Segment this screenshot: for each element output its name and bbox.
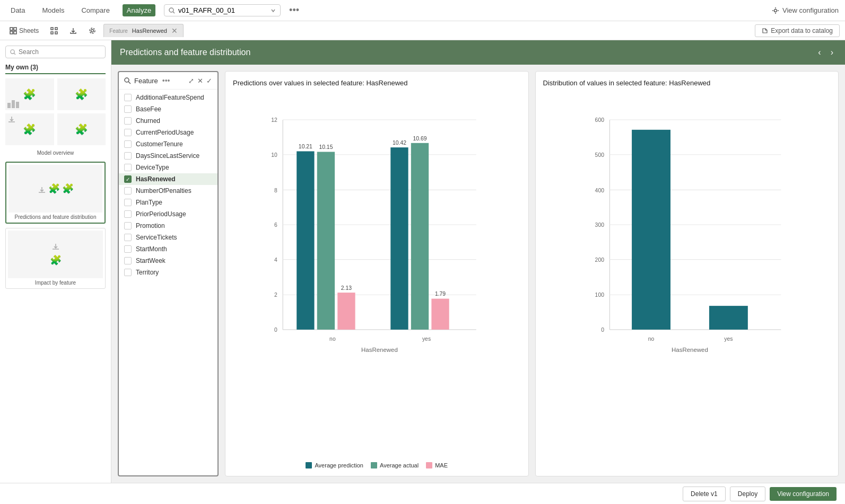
feature-checkbox-devicetype[interactable] (124, 164, 132, 171)
feature-item-basefee[interactable]: BaseFee (119, 103, 217, 115)
download-icon-3 (51, 243, 60, 251)
delete-button[interactable]: Delete v1 (683, 487, 726, 501)
feature-item-startweek[interactable]: StartWeek (119, 255, 217, 267)
tab-close-button[interactable]: ✕ (171, 26, 178, 35)
feature-checkbox-basefee[interactable] (124, 105, 132, 113)
feature-checkbox-hasrenewed[interactable]: ✓ (124, 175, 132, 183)
svg-text:400: 400 (595, 188, 604, 193)
feature-checkbox-promotion[interactable] (124, 222, 132, 229)
model-overview-sheet[interactable]: 🧩 🧩 🧩 🧩 (5, 78, 106, 145)
chart2-container: Distribution of values in selected featu… (535, 71, 839, 476)
nav-more-button[interactable]: ••• (289, 5, 299, 16)
feature-checkbox-startweek[interactable] (124, 257, 132, 264)
feature-checkbox-plantype[interactable] (124, 199, 132, 206)
feature-checkbox-currentperiodusage[interactable] (124, 129, 132, 136)
svg-point-22 (125, 78, 129, 82)
sidebar-search[interactable] (5, 46, 106, 58)
sidebar-search-input[interactable] (19, 48, 101, 56)
svg-point-17 (11, 49, 14, 53)
feature-item-dayssincelastservice[interactable]: DaysSinceLastService (119, 150, 217, 162)
expand-icon (50, 27, 58, 34)
feature-item-devicetype[interactable]: DeviceType (119, 162, 217, 173)
svg-text:0: 0 (274, 327, 277, 333)
feature-checkbox-numberofpenalties[interactable] (124, 187, 132, 194)
feature-item-startmonth[interactable]: StartMonth (119, 243, 217, 255)
svg-rect-19 (7, 103, 11, 108)
feature-item-territory[interactable]: Territory (119, 267, 217, 278)
fp-expand-icon[interactable]: ⤢ (188, 77, 194, 85)
feature-checkbox-startmonth[interactable] (124, 245, 132, 253)
feature-checkbox-servicetickets[interactable] (124, 234, 132, 241)
fp-check-icon[interactable]: ✓ (206, 77, 212, 85)
feature-item-churned[interactable]: Churned (119, 115, 217, 127)
svg-rect-21 (16, 102, 19, 108)
feature-item-plantype[interactable]: PlanType (119, 197, 217, 208)
chart2-title: Distribution of values in selected featu… (543, 79, 831, 87)
legend-mae: MAE (426, 462, 448, 468)
icon-btn-3[interactable] (84, 25, 100, 37)
feature-checkbox-priorperiodusage[interactable] (124, 210, 132, 218)
feature-item-hasrenewed[interactable]: ✓ HasRenewed (119, 173, 217, 185)
feature-checkbox-additionalfeaturespend[interactable] (124, 94, 132, 101)
feature-checkbox-territory[interactable] (124, 269, 132, 276)
chart1-svg: 12 10 8 6 4 (233, 92, 521, 357)
nav-item-data[interactable]: Data (6, 4, 29, 16)
svg-text:yes: yes (422, 336, 431, 342)
feature-checkbox-churned[interactable] (124, 117, 132, 125)
nav-item-models[interactable]: Models (38, 4, 68, 16)
feature-checkbox-customertenure[interactable] (124, 140, 132, 148)
fp-icons: ⤢ ✕ ✓ (188, 77, 212, 85)
feature-label: DeviceType (136, 164, 169, 171)
fp-close-icon[interactable]: ✕ (197, 77, 203, 85)
sidebar: My own (3) 🧩 🧩 🧩 🧩 Model overview (0, 40, 111, 483)
nav-prev-button[interactable]: ‹ (815, 47, 824, 58)
predictions-sheet[interactable]: 🧩 🧩 Predictions and feature distribution (5, 162, 106, 224)
view-config-button[interactable]: View configuration (770, 487, 837, 501)
sidebar-search-icon (10, 49, 16, 55)
feature-item-numberofpenalties[interactable]: NumberOfPenalties (119, 185, 217, 197)
view-config-label: View configuration (782, 6, 839, 14)
feature-item-promotion[interactable]: Promotion (119, 220, 217, 232)
nav-next-button[interactable]: › (827, 47, 837, 58)
impact-sheet[interactable]: 🧩 Impact by feature (5, 228, 106, 289)
main-layout: My own (3) 🧩 🧩 🧩 🧩 Model overview (0, 40, 845, 483)
nav-dropdown-icon (271, 8, 276, 13)
export-icon (762, 28, 768, 34)
feature-item-currentperiodusage[interactable]: CurrentPeriodUsage (119, 127, 217, 138)
bar-yes-mae (431, 299, 449, 330)
svg-text:no: no (648, 336, 654, 342)
feature-label: HasRenewed (136, 175, 176, 183)
feature-item-customertenure[interactable]: CustomerTenure (119, 138, 217, 150)
sheets-button[interactable]: Sheets (5, 25, 43, 37)
bar-dist-yes (709, 306, 747, 330)
bar-no-mae (337, 293, 355, 330)
icon-btn-1[interactable] (46, 25, 62, 37)
feature-item-priorperiodusage[interactable]: PriorPeriodUsage (119, 208, 217, 220)
impact-label: Impact by feature (8, 280, 103, 286)
feature-label: AdditionalFeatureSpend (136, 94, 204, 101)
feature-checkbox-dayssincelastservice[interactable] (124, 152, 132, 160)
nav-item-compare[interactable]: Compare (77, 4, 114, 16)
svg-text:HasRenewed: HasRenewed (672, 347, 708, 353)
legend-avg-prediction: Average prediction (306, 462, 363, 468)
view-configuration-nav[interactable]: View configuration (772, 6, 839, 14)
export-button[interactable]: Export data to catalog (755, 24, 840, 37)
legend-label-avg-prediction: Average prediction (315, 462, 363, 468)
svg-text:10.69: 10.69 (413, 136, 426, 142)
nav-item-analyze[interactable]: Analyze (123, 4, 155, 16)
feature-label: CustomerTenure (136, 140, 183, 148)
export-label: Export data to catalog (771, 27, 833, 34)
feature-panel-dots[interactable]: ••• (162, 76, 170, 85)
deploy-button[interactable]: Deploy (730, 487, 765, 501)
download-icon-1 (7, 116, 16, 124)
bar-yes-avgactual (411, 143, 429, 330)
nav-search-bar[interactable]: v01_RAFR_00_01 (164, 4, 281, 16)
icon-btn-2[interactable] (65, 25, 81, 37)
tab-feature[interactable]: Feature HasRenewed ✕ (103, 24, 184, 37)
legend-avg-actual: Average actual (371, 462, 419, 468)
nav-search-input[interactable]: v01_RAFR_00_01 (178, 6, 247, 14)
feature-item-additionalfeaturespend[interactable]: AdditionalFeatureSpend (119, 92, 217, 103)
feature-item-servicetickets[interactable]: ServiceTickets (119, 232, 217, 243)
content-area: Predictions and feature distribution ‹ ›… (111, 40, 845, 483)
bar-dist-no (632, 130, 670, 330)
